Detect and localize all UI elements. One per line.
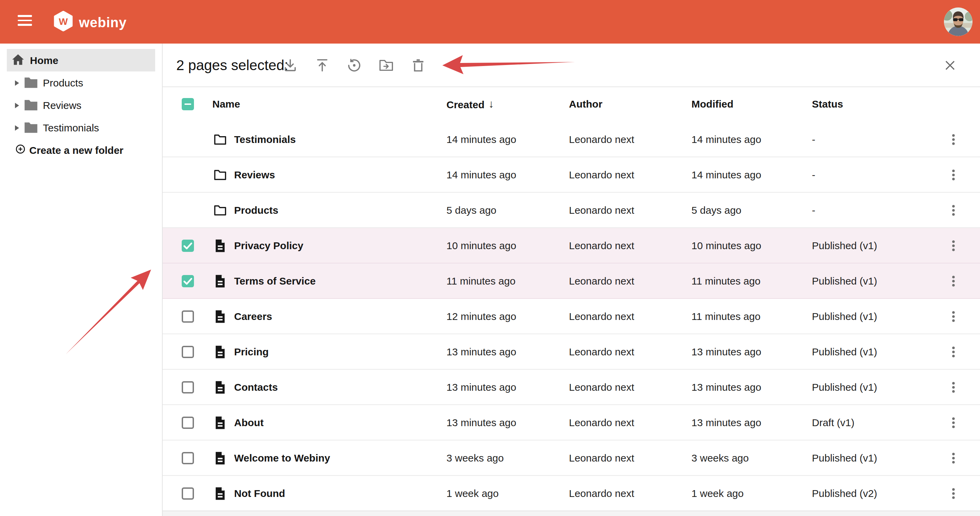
modified-cell: 13 minutes ago	[692, 334, 761, 369]
app-window: W webiny	[0, 0, 980, 516]
download-icon[interactable]	[282, 57, 298, 73]
status-cell: Published (v2)	[812, 476, 877, 511]
table-row[interactable]: Pricing 13 minutes ago Leonardo next 13 …	[163, 334, 980, 369]
kebab-menu-icon[interactable]	[945, 131, 962, 147]
webiny-logo: W webiny	[54, 11, 127, 34]
column-header-status[interactable]: Status	[812, 86, 843, 122]
table-row[interactable]: Terms of Service 11 minutes ago Leonardo…	[163, 263, 980, 299]
author-cell: Leonardo next	[569, 405, 634, 440]
author-cell: Leonardo next	[569, 193, 634, 227]
page-name: Welcome to Webiny	[234, 440, 330, 475]
page-name: Privacy Policy	[234, 228, 303, 263]
close-icon[interactable]	[943, 58, 957, 72]
created-cell: 14 minutes ago	[447, 122, 516, 156]
kebab-menu-icon[interactable]	[945, 202, 962, 218]
row-checkbox[interactable]	[182, 346, 194, 358]
page-name: Not Found	[234, 476, 285, 511]
column-header-created[interactable]: Created ↓	[447, 86, 494, 122]
table-row[interactable]: Careers 12 minutes ago Leonardo next 11 …	[163, 299, 980, 334]
caret-right-icon[interactable]	[15, 80, 19, 86]
hamburger-menu-icon[interactable]	[18, 14, 33, 29]
sidebar-item-home[interactable]: Home	[7, 49, 155, 72]
sort-desc-icon: ↓	[488, 98, 494, 110]
kebab-menu-icon[interactable]	[945, 485, 962, 502]
status-cell: Published (v1)	[812, 440, 877, 475]
delete-icon[interactable]	[410, 57, 426, 73]
sidebar-item-products[interactable]: Products	[0, 72, 162, 94]
table-row[interactable]: Welcome to Webiny 3 weeks ago Leonardo n…	[163, 440, 980, 476]
table-row[interactable]: Privacy Policy 10 minutes ago Leonardo n…	[163, 228, 980, 263]
row-checkbox[interactable]	[182, 310, 194, 322]
caret-right-icon[interactable]	[15, 102, 19, 108]
kebab-menu-icon[interactable]	[945, 308, 962, 324]
bulk-action-bar: 2 pages selected:	[163, 43, 980, 87]
table-row[interactable]: About 13 minutes ago Leonardo next 13 mi…	[163, 405, 980, 440]
top-app-bar: W webiny	[0, 0, 980, 43]
select-all-checkbox[interactable]	[182, 98, 194, 110]
row-checkbox[interactable]	[182, 275, 194, 287]
publish-icon[interactable]	[314, 57, 330, 73]
row-checkbox[interactable]	[182, 381, 194, 393]
document-icon	[213, 486, 227, 500]
status-cell: Published (v1)	[812, 299, 877, 334]
modified-cell: 5 days ago	[692, 193, 741, 227]
column-header-name[interactable]: Name	[212, 86, 240, 122]
created-cell: 13 minutes ago	[447, 405, 516, 440]
author-cell: Leonardo next	[569, 157, 634, 192]
author-cell: Leonardo next	[569, 122, 634, 156]
document-icon	[213, 451, 227, 465]
table-row[interactable]: Contacts 13 minutes ago Leonardo next 13…	[163, 369, 980, 405]
folder-icon	[213, 132, 227, 147]
created-cell: 11 minutes ago	[447, 263, 515, 298]
kebab-menu-icon[interactable]	[945, 272, 962, 289]
table-row[interactable]: Products 5 days ago Leonardo next 5 days…	[163, 193, 980, 228]
created-cell: 12 minutes ago	[447, 299, 516, 334]
kebab-menu-icon[interactable]	[945, 414, 962, 430]
move-to-folder-icon[interactable]	[379, 57, 394, 73]
folder-icon	[24, 77, 38, 89]
kebab-menu-icon[interactable]	[945, 237, 962, 253]
author-cell: Leonardo next	[569, 334, 634, 369]
sidebar-item-reviews[interactable]: Reviews	[0, 94, 162, 116]
main-content: 2 pages selected: Name Created ↓ Author …	[163, 43, 980, 516]
kebab-menu-icon[interactable]	[945, 166, 962, 183]
bulk-actions	[282, 57, 426, 73]
kebab-menu-icon[interactable]	[945, 344, 962, 360]
row-checkbox[interactable]	[182, 416, 194, 428]
status-cell: Published (v1)	[812, 369, 877, 405]
create-folder-button[interactable]: Create a new folder	[0, 139, 162, 161]
table-row[interactable]: Not Found 1 week ago Leonardo next 1 wee…	[163, 476, 980, 511]
created-cell: 14 minutes ago	[447, 157, 516, 192]
brand-name: webiny	[79, 14, 127, 30]
pages-table-body: Testimonials 14 minutes ago Leonardo nex…	[163, 122, 980, 511]
created-cell: 13 minutes ago	[447, 334, 516, 369]
author-cell: Leonardo next	[569, 299, 634, 334]
folder-icon	[213, 167, 227, 182]
column-header-modified[interactable]: Modified	[692, 86, 733, 122]
modified-cell: 11 minutes ago	[692, 299, 760, 334]
caret-right-icon[interactable]	[15, 125, 19, 131]
column-header-author[interactable]: Author	[569, 86, 602, 122]
table-row[interactable]: Reviews 14 minutes ago Leonardo next 14 …	[163, 157, 980, 193]
kebab-menu-icon[interactable]	[945, 379, 962, 395]
modified-cell: 10 minutes ago	[692, 228, 761, 263]
status-cell: -	[812, 193, 815, 227]
svg-text:W: W	[59, 16, 68, 27]
restore-icon[interactable]	[347, 57, 362, 73]
folder-icon	[24, 99, 38, 111]
row-checkbox[interactable]	[182, 487, 194, 499]
row-checkbox[interactable]	[182, 239, 194, 252]
table-header: Name Created ↓ Author Modified Status	[163, 86, 980, 123]
modified-cell: 14 minutes ago	[692, 122, 761, 156]
document-icon	[213, 274, 227, 288]
modified-cell: 14 minutes ago	[692, 157, 761, 192]
pagination-bar	[163, 511, 980, 516]
page-name: Reviews	[234, 157, 275, 192]
sidebar-item-testimonials[interactable]: Testimonials	[0, 116, 162, 139]
kebab-menu-icon[interactable]	[945, 450, 962, 466]
folder-icon	[24, 122, 38, 134]
table-row[interactable]: Testimonials 14 minutes ago Leonardo nex…	[163, 122, 980, 157]
document-icon	[213, 309, 227, 323]
user-avatar[interactable]	[944, 8, 972, 36]
row-checkbox[interactable]	[182, 452, 194, 464]
